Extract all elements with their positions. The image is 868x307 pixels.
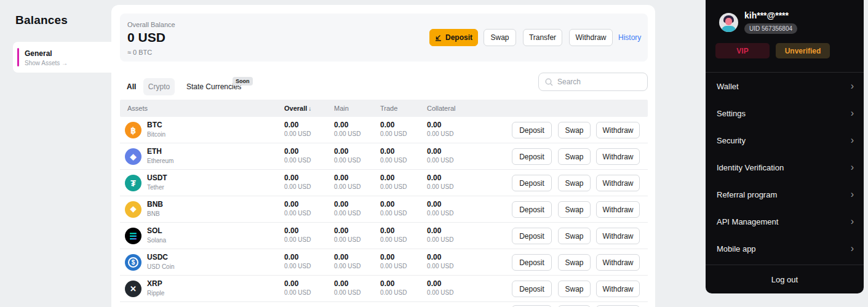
verification-status-badge[interactable]: Unverified <box>776 43 830 58</box>
row-withdraw-button[interactable]: Withdraw <box>596 228 640 244</box>
chevron-right-icon: › <box>851 217 854 226</box>
table-header: Assets Overall↓ Main Trade Collateral <box>120 100 648 117</box>
sidebar-item-general[interactable]: General Show Assets → <box>13 42 111 73</box>
usdc-coin-icon: $ <box>125 254 141 271</box>
trade-value: 0.00 <box>380 253 394 261</box>
search-icon <box>545 78 553 86</box>
trade-usd: 0.00 USD <box>380 236 407 243</box>
trade-value: 0.00 <box>380 173 394 182</box>
main-usd: 0.00 USD <box>334 263 360 269</box>
menu-item-settings[interactable]: Settings› <box>706 100 864 127</box>
coin-symbol: ETH <box>147 147 162 156</box>
row-deposit-button[interactable]: Deposit <box>512 175 552 191</box>
withdraw-button[interactable]: Withdraw <box>569 29 613 46</box>
row-swap-button[interactable]: Swap <box>558 148 591 165</box>
collateral-value: 0.00 <box>427 253 441 261</box>
logout-button[interactable]: Log out <box>706 265 864 293</box>
row-deposit-button[interactable]: Deposit <box>512 254 552 271</box>
swap-button[interactable]: Swap <box>484 29 516 46</box>
collateral-usd: 0.00 USD <box>427 130 453 137</box>
overall-balance-amount: 0 USD <box>127 30 165 45</box>
trade-usd: 0.00 USD <box>380 157 407 164</box>
trade-usd: 0.00 USD <box>380 210 407 217</box>
overall-balance-label: Overall Balance <box>127 21 175 28</box>
row-withdraw-button[interactable]: Withdraw <box>596 122 640 138</box>
transfer-button[interactable]: Transfer <box>523 29 562 46</box>
row-withdraw-button[interactable]: Withdraw <box>596 175 640 191</box>
row-deposit-button[interactable]: Deposit <box>512 281 552 297</box>
deposit-arrow-icon <box>435 34 442 41</box>
table-row: ✕ XRP Ripple 0.00 0.00 USD 0.00 0.00 USD… <box>120 276 648 302</box>
coin-name: Solana <box>147 237 166 244</box>
chevron-right-icon: › <box>851 162 854 172</box>
account-panel: kih***@**** UID 567356804 VIP Unverified… <box>706 0 864 293</box>
header-overall-sort[interactable]: Overall↓ <box>284 105 311 112</box>
row-withdraw-button[interactable]: Withdraw <box>596 281 640 297</box>
table-row: ❖ BNB BNB 0.00 0.00 USD 0.00 0.00 USD 0.… <box>120 196 648 223</box>
row-swap-button[interactable]: Swap <box>558 175 591 191</box>
row-swap-button[interactable]: Swap <box>558 122 591 138</box>
menu-item-referral-program[interactable]: Referral program› <box>706 181 864 208</box>
table-row-partial <box>120 302 648 307</box>
coin-symbol: BNB <box>147 200 163 209</box>
trade-usd: 0.00 USD <box>380 130 407 137</box>
row-withdraw-button[interactable]: Withdraw <box>596 254 640 271</box>
header-trade: Trade <box>380 105 397 112</box>
collateral-value: 0.00 <box>427 173 441 182</box>
avatar[interactable] <box>719 13 738 32</box>
main-value: 0.00 <box>334 253 348 261</box>
arrow-right-icon: → <box>62 60 68 66</box>
row-withdraw-button[interactable]: Withdraw <box>596 201 640 218</box>
menu-item-identity-verification[interactable]: Identity Verification› <box>706 154 864 181</box>
coin-name: Ripple <box>147 290 164 297</box>
history-link[interactable]: History <box>618 33 641 42</box>
menu-item-api-management[interactable]: API Management› <box>706 208 864 235</box>
overall-value: 0.00 <box>284 121 298 129</box>
balances-main-card: Overall Balance 0 USD ≈ 0 BTC Deposit Sw… <box>111 5 655 307</box>
row-deposit-button[interactable]: Deposit <box>512 201 552 218</box>
row-swap-button[interactable]: Swap <box>558 281 591 297</box>
collateral-value: 0.00 <box>427 279 441 288</box>
overall-usd: 0.00 USD <box>284 210 311 217</box>
collateral-value: 0.00 <box>427 121 441 129</box>
trade-usd: 0.00 USD <box>380 183 407 190</box>
coin-name: Ethereum <box>147 157 173 164</box>
chevron-right-icon: › <box>851 135 854 145</box>
deposit-button[interactable]: Deposit <box>429 29 478 46</box>
header-collateral: Collateral <box>427 105 455 112</box>
bnb-coin-icon: ❖ <box>125 201 141 218</box>
coin-name: Tether <box>147 184 164 191</box>
search-box[interactable] <box>538 73 648 91</box>
table-row: ☰ SOL Solana 0.00 0.00 USD 0.00 0.00 USD… <box>120 223 648 249</box>
row-swap-button[interactable]: Swap <box>558 254 591 271</box>
btc-coin-icon: ฿ <box>125 122 141 138</box>
collateral-usd: 0.00 USD <box>427 183 453 190</box>
trade-value: 0.00 <box>380 200 394 209</box>
username: kih***@**** <box>744 10 789 20</box>
main-usd: 0.00 USD <box>334 130 360 137</box>
row-swap-button[interactable]: Swap <box>558 228 591 244</box>
show-assets-link[interactable]: Show Assets → <box>25 60 68 66</box>
menu-item-mobile-app[interactable]: Mobile app› <box>706 235 864 262</box>
uid-badge: UID 567356804 <box>744 23 797 34</box>
tab-all[interactable]: All <box>127 78 136 95</box>
general-label: General <box>25 49 52 58</box>
row-deposit-button[interactable]: Deposit <box>512 228 552 244</box>
tab-crypto[interactable]: Crypto <box>143 78 175 95</box>
menu-item-security[interactable]: Security› <box>706 127 864 154</box>
row-swap-button[interactable]: Swap <box>558 201 591 218</box>
row-deposit-button[interactable]: Deposit <box>512 148 552 165</box>
menu-item-wallet[interactable]: Wallet› <box>706 73 864 100</box>
vip-badge[interactable]: VIP <box>715 43 770 58</box>
main-value: 0.00 <box>334 121 348 129</box>
row-deposit-button[interactable]: Deposit <box>512 122 552 138</box>
collateral-value: 0.00 <box>427 226 441 235</box>
main-value: 0.00 <box>334 173 348 182</box>
overall-value: 0.00 <box>284 200 298 209</box>
row-withdraw-button[interactable]: Withdraw <box>596 148 640 165</box>
coin-name: Bitcoin <box>147 131 165 138</box>
active-accent-bar <box>17 48 19 66</box>
trade-value: 0.00 <box>380 226 394 235</box>
search-input[interactable] <box>557 78 637 86</box>
collateral-value: 0.00 <box>427 200 441 209</box>
